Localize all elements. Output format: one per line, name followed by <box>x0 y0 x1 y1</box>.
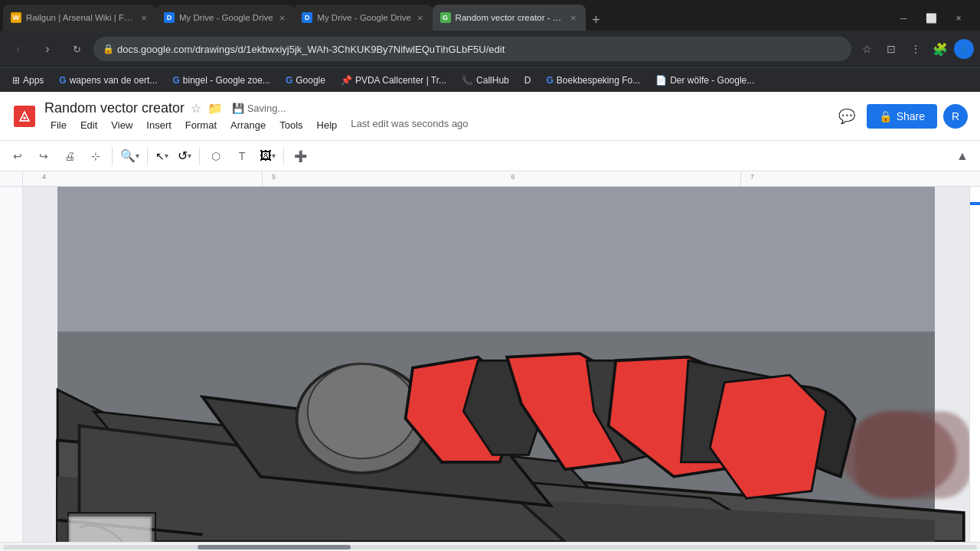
tab-2-favicon: D <box>164 12 175 23</box>
image-tool[interactable]: 🖼 ▾ <box>256 145 279 168</box>
svg-point-17 <box>308 364 416 458</box>
address-bar-icons: ☆ ⊡ ⋮ 🧩 👤 <box>856 38 974 60</box>
tab-bar: W Railgun | Arsenal Wiki | Fandom × D My… <box>0 0 980 31</box>
cursor-icon: ↖ <box>155 150 165 162</box>
rotate-tool[interactable]: ↺ ▾ <box>175 145 194 168</box>
horizontal-scrollbar[interactable] <box>0 542 980 551</box>
scrollbar-thumb[interactable] <box>198 545 351 549</box>
app-title: Random vector creator <box>44 100 185 116</box>
tab-3-title: My Drive - Google Drive <box>317 13 411 22</box>
maximize-button[interactable]: ⬜ <box>919 6 943 31</box>
bookmark-google-label: Google <box>296 75 325 86</box>
tab-4-title: Random vector creator - Google ... <box>456 13 564 22</box>
extensions-icon[interactable]: 🧩 <box>929 38 951 60</box>
user-avatar[interactable]: R <box>943 104 968 129</box>
zoom-icon: 🔍 <box>120 148 136 163</box>
bookmark-boek[interactable]: G Boekbespeking Fo... <box>540 73 646 87</box>
tab-4-close[interactable]: × <box>569 11 578 25</box>
reload-button[interactable]: ↻ <box>64 37 89 61</box>
bookmark-bingel[interactable]: G bingel - Google zoe... <box>166 73 276 87</box>
zoom-dropdown[interactable]: 🔍 ▾ <box>117 145 142 168</box>
menu-help[interactable]: Help <box>311 118 344 132</box>
bookmark-callhub[interactable]: 📞 CallHub <box>456 73 515 87</box>
folder-icon[interactable]: 📁 <box>207 101 223 116</box>
ruler-num-7: 7 <box>750 173 754 181</box>
profile-icon[interactable]: 👤 <box>954 39 974 59</box>
bookmark-wapens[interactable]: G wapens van de oert... <box>53 73 163 87</box>
textbox-button[interactable]: T <box>230 145 253 168</box>
select-chevron-icon: ▾ <box>165 152 168 160</box>
zoom-chevron-icon: ▾ <box>136 152 139 160</box>
share-label: Share <box>897 110 925 122</box>
image-chevron-icon: ▾ <box>272 152 276 160</box>
select-tool[interactable]: ↖ ▾ <box>152 145 172 168</box>
right-panel-tab[interactable] <box>970 202 980 205</box>
browser: W Railgun | Arsenal Wiki | Fandom × D My… <box>0 0 980 92</box>
bookmark-der[interactable]: 📄 Der wölfe - Google... <box>649 73 760 87</box>
url-text: docs.google.com/drawings/d/1ekbwxiyj5jk_… <box>117 44 505 55</box>
share-lock-icon: 🔒 <box>879 110 892 122</box>
rotate-chevron-icon: ▾ <box>188 152 191 160</box>
back-button[interactable]: ‹ <box>6 37 31 61</box>
screenshot-icon[interactable]: ⊡ <box>880 38 902 60</box>
bookmark-pvda[interactable]: 📌 PVDA Callcenter | Tr... <box>335 73 452 87</box>
bookmark-d[interactable]: D <box>518 73 537 87</box>
ruler-corner <box>0 171 23 186</box>
tab-2[interactable]: D My Drive - Google Drive × <box>156 5 294 31</box>
menu-insert[interactable]: Insert <box>140 118 178 132</box>
header-right: 💬 🔒 Share R <box>833 103 968 130</box>
google-favicon-1: G <box>59 75 66 86</box>
svg-rect-6 <box>855 412 969 499</box>
settings-icon[interactable]: ⋮ <box>905 38 926 60</box>
pvda-favicon: 📌 <box>341 75 352 86</box>
print-button[interactable]: 🖨 <box>58 145 81 168</box>
tab-4[interactable]: G Random vector creator - Google ... × <box>433 5 586 31</box>
share-button[interactable]: 🔒 Share <box>867 104 937 129</box>
menu-view[interactable]: View <box>105 118 139 132</box>
svg-point-1 <box>23 116 26 119</box>
tab-2-close[interactable]: × <box>278 11 287 25</box>
canvas-wrapper[interactable]: + <box>23 187 969 542</box>
star-icon[interactable]: ☆ <box>191 101 201 116</box>
drawings-logo <box>12 104 37 129</box>
ruler-inner: 4 5 6 7 <box>23 171 980 186</box>
app-container: Random vector creator ☆ 📁 💾 Saving... Fi… <box>0 92 980 551</box>
tab-3-close[interactable]: × <box>416 11 425 25</box>
svg-rect-0 <box>14 106 35 127</box>
close-window-button[interactable]: × <box>946 6 971 31</box>
scrollbar-track <box>3 545 977 549</box>
menu-edit[interactable]: Edit <box>74 118 103 132</box>
tab-1[interactable]: W Railgun | Arsenal Wiki | Fandom × <box>3 5 156 31</box>
drawing-svg: + <box>23 187 969 542</box>
svg-rect-3 <box>57 187 935 331</box>
bookmark-apps[interactable]: ⊞ Apps <box>6 73 50 87</box>
minimize-button[interactable]: ─ <box>891 6 916 31</box>
menu-file[interactable]: File <box>44 118 73 132</box>
secure-icon: 🔒 <box>103 44 114 54</box>
bookmark-apps-label: Apps <box>23 75 44 86</box>
redo-button[interactable]: ↪ <box>32 145 55 168</box>
wordart-button[interactable]: ➕ <box>289 145 312 168</box>
paint-format-button[interactable]: ⊹ <box>84 145 107 168</box>
menu-format[interactable]: Format <box>179 118 223 132</box>
undo-button[interactable]: ↩ <box>6 145 29 168</box>
tab-3[interactable]: D My Drive - Google Drive × <box>294 5 432 31</box>
shape-button[interactable]: ⬡ <box>204 145 227 168</box>
bookmark-google[interactable]: G Google <box>279 73 332 87</box>
bookmark-wapens-label: wapens van de oert... <box>70 75 158 86</box>
tab-2-title: My Drive - Google Drive <box>179 13 273 22</box>
menu-arrange[interactable]: Arrange <box>224 118 272 132</box>
tab-1-close[interactable]: × <box>139 11 149 25</box>
comments-button[interactable]: 💬 <box>833 103 861 130</box>
bookmark-star-icon[interactable]: ☆ <box>856 38 877 60</box>
collapse-toolbar-button[interactable]: ▲ <box>951 145 974 168</box>
svg-rect-26 <box>70 519 149 542</box>
drawing-content: + <box>23 187 969 542</box>
menu-tools[interactable]: Tools <box>273 118 309 132</box>
new-tab-button[interactable]: + <box>586 9 607 31</box>
forward-button[interactable]: › <box>35 37 60 61</box>
ruler-num-4: 4 <box>42 173 46 181</box>
bookmark-callhub-label: CallHub <box>476 75 509 86</box>
address-input[interactable]: 🔒 docs.google.com/drawings/d/1ekbwxiyj5j… <box>93 37 851 61</box>
divider-3 <box>199 147 200 165</box>
